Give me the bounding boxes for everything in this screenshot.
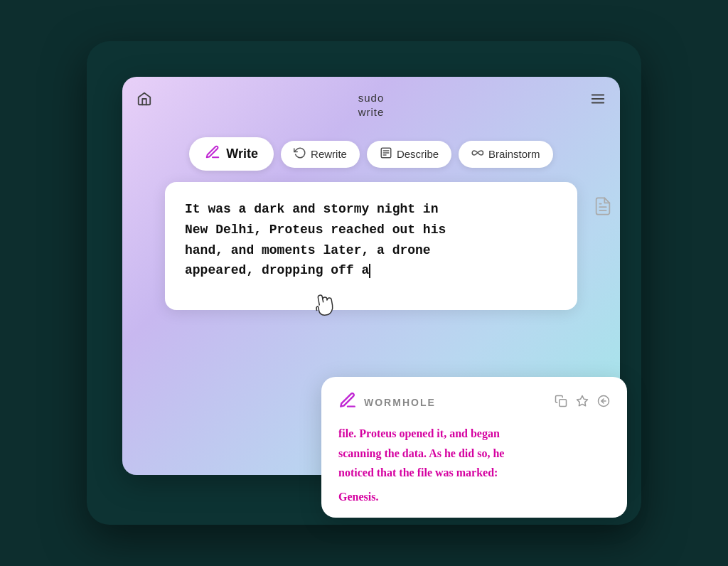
wormhole-logo-icon (338, 391, 357, 414)
brainstorm-button[interactable]: Brainstorm (459, 141, 553, 168)
star-icon[interactable] (576, 395, 589, 411)
wormhole-card: WORMHOLE (321, 377, 627, 518)
describe-label: Describe (397, 148, 439, 160)
write-icon (205, 144, 220, 164)
svg-marker-10 (577, 395, 588, 405)
brainstorm-label: Brainstorm (488, 148, 540, 160)
home-icon[interactable] (136, 91, 152, 110)
menu-icon[interactable] (590, 91, 606, 110)
app-logo: sudo write (358, 91, 385, 119)
write-label: Write (226, 146, 258, 161)
notepad-icon (593, 196, 613, 219)
brainstorm-icon (471, 146, 484, 162)
toolbar: Write Rewrite (189, 137, 552, 171)
describe-button[interactable]: Describe (367, 141, 451, 168)
wormhole-content: file. Proteus opened it, and began scann… (338, 424, 610, 482)
device-frame: sudo write Write (87, 41, 641, 525)
rewrite-button[interactable]: Rewrite (281, 141, 360, 168)
cursor-blink (369, 264, 370, 278)
wormhole-genesis: Genesis. (338, 491, 610, 503)
app-header: sudo write (358, 91, 385, 119)
copy-icon[interactable] (555, 395, 567, 411)
wormhole-actions (555, 395, 610, 411)
back-icon[interactable] (597, 395, 610, 411)
wormhole-header: WORMHOLE (338, 391, 610, 414)
write-button[interactable]: Write (189, 137, 274, 171)
rewrite-icon (294, 146, 306, 162)
text-editor[interactable]: It was a dark and stormy night in New De… (165, 182, 577, 310)
wormhole-title: WORMHOLE (364, 397, 436, 408)
cursor-hand (311, 289, 340, 326)
svg-rect-9 (560, 400, 567, 407)
describe-icon (380, 146, 392, 162)
rewrite-label: Rewrite (311, 148, 347, 160)
editor-content: It was a dark and stormy night in New De… (185, 199, 557, 281)
wormhole-title-area: WORMHOLE (338, 391, 436, 414)
